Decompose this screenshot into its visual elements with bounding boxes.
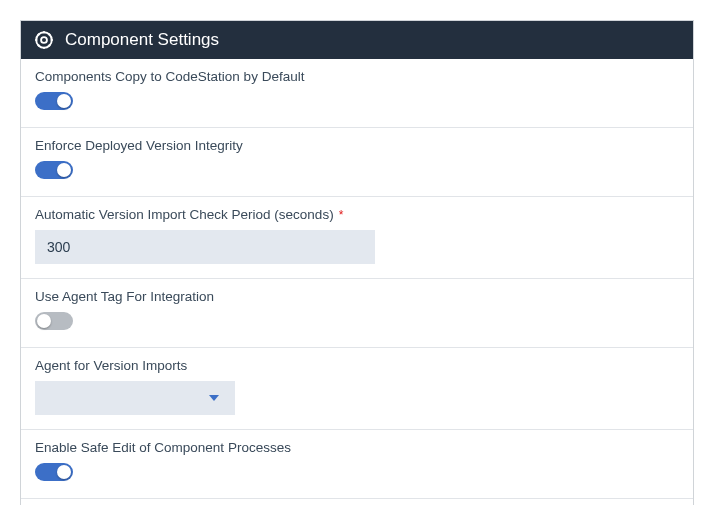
- toggle-enforce-integrity[interactable]: [35, 161, 73, 179]
- setting-label: Agent for Version Imports: [35, 358, 679, 373]
- chevron-down-icon: [209, 395, 219, 401]
- toggle-use-agent-tag[interactable]: [35, 312, 73, 330]
- setting-use-agent-tag: Use Agent Tag For Integration: [21, 279, 693, 348]
- svg-point-0: [41, 37, 47, 43]
- setting-label: Components Copy to CodeStation by Defaul…: [35, 69, 679, 84]
- panel-header: Component Settings: [21, 21, 693, 59]
- svg-point-1: [36, 32, 52, 48]
- required-asterisk: *: [339, 208, 344, 222]
- setting-copy-codestation: Components Copy to CodeStation by Defaul…: [21, 59, 693, 128]
- label-text: Automatic Version Import Check Period (s…: [35, 207, 334, 222]
- setting-safe-edit: Enable Safe Edit of Component Processes: [21, 430, 693, 499]
- agent-for-imports-select[interactable]: [35, 381, 235, 415]
- setting-label: Enable Safe Edit of Component Processes: [35, 440, 679, 455]
- toggle-copy-codestation[interactable]: [35, 92, 73, 110]
- import-period-input[interactable]: [35, 230, 375, 264]
- panel-title: Component Settings: [65, 30, 219, 50]
- setting-require-approval: Require Approval to Promote Component Pr…: [21, 499, 693, 505]
- setting-agent-for-imports: Agent for Version Imports: [21, 348, 693, 430]
- gear-icon: [33, 29, 55, 51]
- toggle-safe-edit[interactable]: [35, 463, 73, 481]
- setting-label: Use Agent Tag For Integration: [35, 289, 679, 304]
- component-settings-panel: Component Settings Components Copy to Co…: [20, 20, 694, 505]
- setting-label: Enforce Deployed Version Integrity: [35, 138, 679, 153]
- setting-enforce-integrity: Enforce Deployed Version Integrity: [21, 128, 693, 197]
- setting-import-period: Automatic Version Import Check Period (s…: [21, 197, 693, 279]
- setting-label: Automatic Version Import Check Period (s…: [35, 207, 679, 222]
